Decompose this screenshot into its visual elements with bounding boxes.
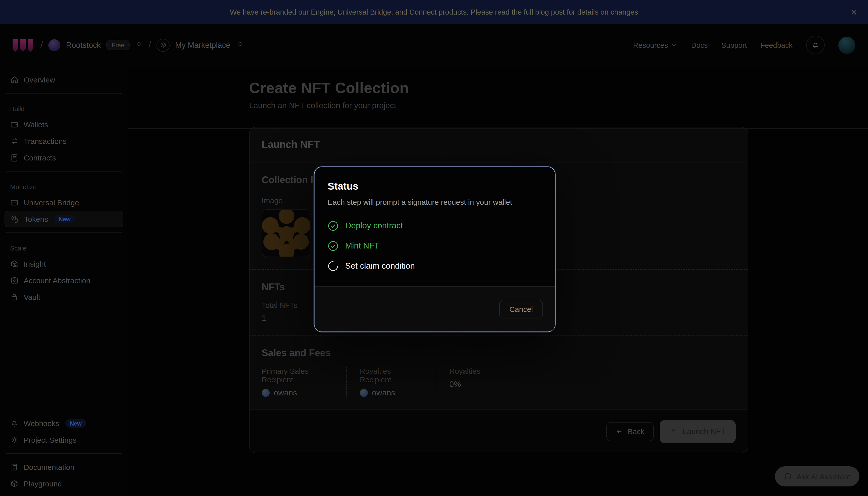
arrow-left-icon: [616, 428, 623, 435]
credit-card-icon: [10, 198, 19, 207]
section-title: Sales and Fees: [262, 347, 736, 359]
project-switcher[interactable]: My Marketplace: [156, 38, 243, 51]
ask-ai-assistant-button[interactable]: Ask AI Assistant: [775, 466, 859, 486]
royalties-label: Royalties: [449, 367, 480, 375]
gear-icon: [10, 436, 19, 444]
nav-feedback[interactable]: Feedback: [761, 41, 792, 49]
new-badge: New: [54, 215, 75, 223]
step-set-claim-condition: Set claim condition: [328, 260, 542, 272]
coins-icon: [11, 215, 19, 223]
book-icon: [10, 463, 19, 471]
divider: [5, 453, 122, 454]
primary-sales-label: Primary Sales Recipient: [262, 367, 333, 384]
divider: [5, 93, 122, 94]
upload-icon: [669, 427, 678, 435]
org-avatar: [49, 39, 61, 51]
back-button[interactable]: Back: [607, 422, 654, 441]
total-nfts-label: Total NFTs: [262, 301, 305, 309]
card-title: Launch NFT: [262, 139, 320, 151]
chevrons-up-down-icon: [236, 40, 243, 50]
thirdweb-logo[interactable]: [13, 38, 35, 51]
sidebar-item-wallets[interactable]: Wallets: [4, 116, 123, 133]
sidebar: Overview Build Wallets Transactions Cont…: [0, 66, 128, 496]
collection-image-preview: [262, 209, 310, 257]
check-circle-icon: [328, 220, 339, 231]
dialog-footer: Cancel: [314, 286, 555, 331]
step-deploy-contract: Deploy contract: [328, 220, 542, 231]
bell-icon: [811, 41, 820, 49]
smart-wallet-icon: [10, 276, 19, 285]
sidebar-item-transactions[interactable]: Transactions: [4, 133, 123, 150]
chat-bubble-icon: [784, 472, 792, 480]
royalties-recipient-label: Royalties Recipient: [360, 367, 423, 384]
primary-sales-value: owans: [262, 388, 333, 398]
org-switcher[interactable]: Rootstock Free: [49, 39, 143, 51]
step-list: Deploy contract Mint NFT Set claim condi…: [328, 220, 542, 272]
sidebar-item-account-abstraction[interactable]: Account Abstraction: [4, 272, 123, 289]
contract-file-icon: [10, 153, 19, 162]
sidebar-item-vault[interactable]: Vault: [4, 289, 123, 305]
announcement-banner: We have re-branded our Engine, Universal…: [0, 0, 868, 24]
breadcrumb-separator: /: [40, 40, 43, 50]
chevron-down-icon: [671, 42, 678, 48]
cube-icon: [10, 479, 19, 488]
launch-nft-button[interactable]: Launch NFT: [660, 420, 736, 443]
sidebar-item-project-settings[interactable]: Project Settings: [4, 432, 123, 448]
sidebar-item-contracts[interactable]: Contracts: [4, 150, 123, 166]
bell-icon: [10, 419, 19, 428]
home-icon: [10, 76, 19, 84]
royalties-value: 0%: [449, 380, 480, 389]
sidebar-item-tokens[interactable]: Tokens New: [4, 211, 123, 227]
notifications-button[interactable]: [806, 36, 825, 54]
nav-docs[interactable]: Docs: [691, 41, 708, 49]
blob-art: [262, 210, 310, 257]
sidebar-item-playground[interactable]: Playground: [4, 475, 123, 492]
status-dialog: Status Each step will prompt a signature…: [314, 167, 556, 332]
project-cube-icon: [156, 38, 170, 51]
step-mint-nft: Mint NFT: [328, 240, 542, 251]
card-footer: Back Launch NFT: [250, 409, 748, 453]
total-nfts-value: 1: [262, 314, 305, 323]
swap-arrows-icon: [10, 137, 19, 145]
sidebar-section-build: Build: [10, 105, 123, 113]
header-nav: Resources Docs Support Feedback: [633, 36, 855, 54]
announcement-text: We have re-branded our Engine, Universal…: [230, 8, 638, 16]
dialog-title: Status: [328, 181, 542, 192]
lock-icon: [10, 293, 19, 301]
sidebar-item-overview[interactable]: Overview: [4, 72, 123, 88]
box-search-icon: [10, 260, 19, 268]
nav-resources[interactable]: Resources: [633, 41, 678, 49]
cancel-button[interactable]: Cancel: [499, 300, 543, 319]
dialog-subtitle: Each step will prompt a signature reques…: [328, 198, 542, 206]
breadcrumb-separator: /: [149, 40, 151, 50]
new-badge: New: [65, 419, 86, 428]
project-name: My Marketplace: [175, 41, 230, 49]
sales-fees-section: Sales and Fees Primary Sales Recipient o…: [250, 336, 748, 409]
wallet-avatar: [360, 389, 368, 397]
check-circle-icon: [328, 240, 339, 251]
plan-badge: Free: [106, 40, 129, 50]
sidebar-item-documentation[interactable]: Documentation: [4, 459, 123, 475]
spinner-icon: [328, 260, 339, 272]
sidebar-item-universal-bridge[interactable]: Universal Bridge: [4, 194, 123, 211]
sidebar-section-monetize: Monetize: [10, 183, 123, 191]
thirdweb-dashboard: We have re-branded our Engine, Universal…: [0, 0, 868, 496]
royalties-recipient-value: owans: [360, 388, 423, 398]
nav-support[interactable]: Support: [721, 41, 747, 49]
page-subtitle: Launch an NFT collection for your projec…: [249, 101, 748, 110]
sidebar-item-webhooks[interactable]: Webhooks New: [4, 415, 123, 432]
breadcrumb: / Rootstock Free / My Marketplace: [13, 38, 243, 51]
divider: [5, 171, 122, 172]
sidebar-section-scale: Scale: [10, 245, 123, 252]
divider: [5, 232, 122, 233]
org-name: Rootstock: [66, 41, 101, 49]
divider: [128, 128, 868, 129]
sidebar-item-insight[interactable]: Insight: [4, 255, 123, 272]
chevrons-up-down-icon: [135, 40, 143, 50]
close-icon[interactable]: ×: [851, 7, 857, 17]
wallet-avatar: [262, 389, 270, 397]
wallet-icon: [10, 120, 19, 129]
app-header: / Rootstock Free / My Marketplace: [0, 24, 868, 66]
account-avatar[interactable]: [838, 36, 855, 53]
sidebar-bottom: Webhooks New Project Settings Documentat…: [4, 415, 123, 492]
